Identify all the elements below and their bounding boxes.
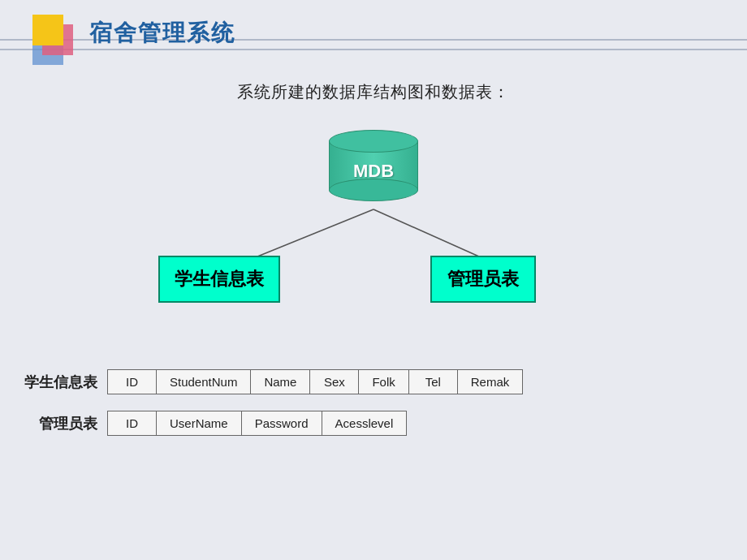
cylinder-bottom	[329, 179, 418, 201]
student-table-wrapper: 学生信息表 ID StudentNum Name Sex Folk Tel Re…	[0, 369, 747, 394]
col-id: ID	[108, 370, 157, 394]
col-remak: Remak	[457, 370, 523, 394]
student-data-table: ID StudentNum Name Sex Folk Tel Remak	[107, 369, 523, 394]
admin-data-table: ID UserName Password Acesslevel	[107, 411, 407, 436]
student-table-label: 学生信息表	[16, 373, 97, 392]
admin-table-box: 管理员表	[430, 256, 536, 303]
col-tel: Tel	[408, 370, 457, 394]
admin-table-label: 管理员表	[16, 414, 97, 433]
slide: 宿舍管理系统 系统所建的数据库结构图和数据表： MDB 学生信息表 管理员表	[0, 0, 747, 560]
table-row: ID StudentNum Name Sex Folk Tel Remak	[108, 370, 523, 394]
tables-section: 学生信息表 ID StudentNum Name Sex Folk Tel Re…	[0, 369, 747, 452]
admin-table-wrapper: 管理员表 ID UserName Password Acesslevel	[0, 411, 747, 436]
col-password: Password	[241, 411, 322, 436]
table-row: ID UserName Password Acesslevel	[108, 411, 407, 436]
cylinder-top	[329, 130, 418, 153]
col-folk: Folk	[359, 370, 408, 394]
student-table-box: 学生信息表	[158, 256, 280, 303]
page-title: 宿舍管理系统	[89, 18, 235, 49]
col-username: UserName	[157, 411, 242, 436]
col-name: Name	[251, 370, 310, 394]
col-id: ID	[108, 411, 157, 436]
col-studentnum: StudentNum	[157, 370, 251, 394]
col-acesslevel: Acesslevel	[322, 411, 407, 436]
mdb-label: MDB	[329, 161, 418, 182]
mdb-cylinder: MDB	[329, 130, 418, 201]
header-line-bottom	[0, 49, 747, 50]
col-sex: Sex	[310, 370, 359, 394]
color-block-yellow	[32, 15, 63, 45]
admin-table-box-label: 管理员表	[447, 269, 519, 289]
subtitle: 系统所建的数据库结构图和数据表：	[0, 81, 747, 103]
student-table-box-label: 学生信息表	[175, 269, 264, 289]
diagram-area: MDB 学生信息表 管理员表	[0, 114, 747, 373]
